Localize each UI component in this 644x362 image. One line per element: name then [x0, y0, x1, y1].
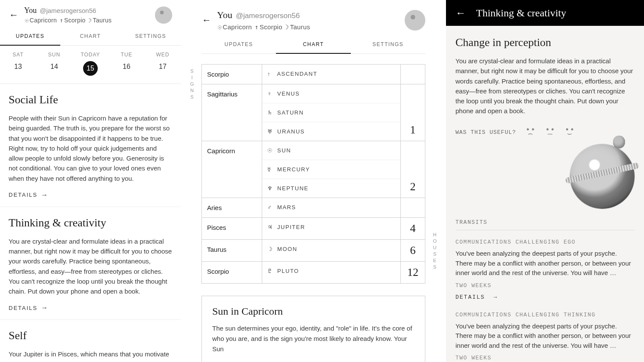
section-body: People with their Sun in Capricorn have …: [9, 113, 172, 183]
sun-icon: ☉: [218, 23, 222, 31]
chart-desc-body: The sun determines your ego, identity, a…: [212, 323, 415, 354]
avatar[interactable]: [405, 10, 425, 31]
transit-body: You've been analyzing the deepest parts …: [455, 322, 635, 351]
day-label: TODAY: [72, 52, 108, 58]
day-16[interactable]: TUE16: [108, 46, 145, 84]
day-14[interactable]: SUN14: [36, 46, 72, 84]
house-cell: 2: [401, 141, 425, 198]
section-body: You are crystal-clear and formulate idea…: [455, 56, 635, 116]
transit-title: COMMUNICATIONS CHALLENGING THINKING: [455, 312, 635, 318]
planet-item: ♅ URANUS: [262, 122, 400, 141]
sign-cell: Capricorn: [202, 141, 262, 198]
chart-table: Scorpio↑ ASCENDANTSagittarius♀ VENUS♄ SA…: [201, 64, 425, 284]
planet-glyph-icon: ♀: [267, 90, 275, 97]
details-link[interactable]: DETAILS →: [9, 191, 49, 199]
chart-row[interactable]: Taurus☽ MOON6: [202, 239, 425, 261]
planet-glyph-icon: ♆: [267, 185, 275, 192]
back-icon[interactable]: ←: [9, 10, 19, 20]
planet-item: ♆ NEPTUNE: [262, 179, 400, 198]
day-label: SUN: [36, 52, 72, 58]
chart-screen: ← You @jamesrogerson56 ☉Capricorn ↑Scorp…: [181, 0, 446, 362]
chart-row[interactable]: Capricorn☉ SUN☿ MERCURY♆ NEPTUNE2: [202, 141, 425, 198]
planet-item: ↑ ASCENDANT: [262, 65, 400, 83]
day-number: 15: [83, 61, 98, 76]
user-block: You @jamesrogerson56 ☉Capricorn ↑Scorpio…: [24, 6, 155, 24]
back-icon[interactable]: ←: [201, 15, 212, 25]
tabs: UPDATES CHART SETTINGS: [0, 27, 181, 46]
chart-row[interactable]: Pisces♃ JUPITER4: [202, 217, 425, 239]
transit-duration: TWO WEEKS: [455, 355, 635, 361]
tab-chart[interactable]: CHART: [60, 27, 121, 45]
house-cell: 1: [401, 84, 425, 141]
day-number: 16: [108, 63, 145, 71]
detail-header: ← Thinking & creativity: [446, 0, 644, 26]
planet-item: ♄ SATURN: [262, 103, 400, 122]
house-cell: [401, 198, 425, 217]
sun-sign: Capricorn: [30, 17, 57, 24]
moon-sign: Taurus: [290, 23, 310, 31]
day-15[interactable]: TODAY15: [72, 46, 108, 84]
transit: COMMUNICATIONS CHALLENGING THINKINGYou'v…: [455, 312, 635, 362]
planet-col: ♇ PLUTO: [262, 261, 401, 283]
transit-body: You've been analyzing the deepest parts …: [455, 249, 635, 278]
section-title: Change in perception: [455, 36, 635, 49]
section-social: Social Life People with their Sun in Cap…: [0, 84, 181, 207]
details-label: DETAILS: [9, 192, 37, 198]
transit-duration: TWO WEEKS: [455, 282, 635, 289]
chart-row[interactable]: Scorpio↑ ASCENDANT: [202, 65, 425, 84]
tab-updates[interactable]: UPDATES: [0, 27, 60, 45]
chart-row[interactable]: Sagittarius♀ VENUS♄ SATURN♅ URANUS1: [202, 84, 425, 141]
tabs: UPDATES CHART SETTINGS: [201, 35, 425, 54]
day-17[interactable]: WED17: [145, 46, 181, 84]
globe-illustration: [570, 144, 635, 209]
chart-area: SIGNS Scorpio↑ ASCENDANTSagittarius♀ VEN…: [201, 64, 425, 284]
face-happy-icon[interactable]: ••⌣: [565, 128, 575, 137]
moon-icon: ☽: [285, 23, 289, 31]
face-sad-icon[interactable]: ••⌢: [526, 128, 536, 137]
sign-cell: Pisces: [202, 217, 262, 239]
moon-sign: Taurus: [93, 17, 112, 24]
planet-glyph-icon: ♇: [267, 268, 275, 274]
chart-description: Sun in Capricorn The sun determines your…: [201, 296, 425, 362]
details-label: DETAILS: [9, 305, 37, 311]
day-13[interactable]: SAT13: [0, 46, 36, 84]
tab-updates[interactable]: UPDATES: [201, 35, 276, 53]
details-link[interactable]: DETAILS →: [455, 294, 635, 300]
face-neutral-icon[interactable]: ••—: [545, 128, 555, 137]
day-label: SAT: [0, 52, 36, 58]
section-title: Self: [9, 329, 172, 342]
planet-item: ♀ VENUS: [262, 84, 400, 103]
user-signs: ☉Capricorn ↑Scorpio ☽Taurus: [24, 17, 155, 24]
transit: COMMUNICATIONS CHALLENGING EGOYou've bee…: [455, 239, 635, 300]
house-cell: 12: [401, 261, 425, 283]
tab-settings[interactable]: SETTINGS: [351, 35, 425, 53]
user-signs: ☉Capricorn ↑Scorpio ☽Taurus: [217, 23, 405, 31]
user-handle: @jamesrogerson56: [40, 7, 96, 14]
sign-cell: Sagittarius: [202, 84, 262, 141]
planet-glyph-icon: ♄: [267, 109, 275, 116]
section-title: Thinking & creativity: [9, 217, 172, 229]
planet-glyph-icon: ☽: [267, 246, 275, 252]
rising-sign: Scorpio: [64, 17, 86, 24]
transit-title: COMMUNICATIONS CHALLENGING EGO: [455, 239, 635, 245]
planet-glyph-icon: ☿: [267, 166, 275, 173]
section-self: Self Your Jupiter is in Pisces, which me…: [0, 320, 181, 362]
day-label: TUE: [108, 52, 145, 58]
details-link[interactable]: DETAILS →: [9, 304, 49, 312]
sun-icon: ☉: [25, 17, 29, 24]
planet-col: ↑ ASCENDANT: [262, 65, 401, 84]
day-number: 17: [145, 63, 181, 71]
planet-col: ☽ MOON: [262, 239, 401, 261]
planet-col: ☉ SUN☿ MERCURY♆ NEPTUNE: [262, 141, 401, 198]
tab-settings[interactable]: SETTINGS: [121, 27, 181, 45]
planet-item: ☽ MOON: [262, 240, 400, 258]
planet-item: ☿ MERCURY: [262, 160, 400, 179]
back-icon[interactable]: ←: [455, 8, 466, 18]
avatar[interactable]: [155, 6, 172, 24]
chart-row[interactable]: Scorpio♇ PLUTO12: [202, 261, 425, 283]
signs-label: SIGNS: [189, 68, 195, 101]
day-number: 13: [0, 63, 36, 71]
sign-cell: Aries: [202, 198, 262, 217]
chart-row[interactable]: Aries♂ MARS: [202, 198, 425, 217]
tab-chart[interactable]: CHART: [276, 35, 350, 53]
